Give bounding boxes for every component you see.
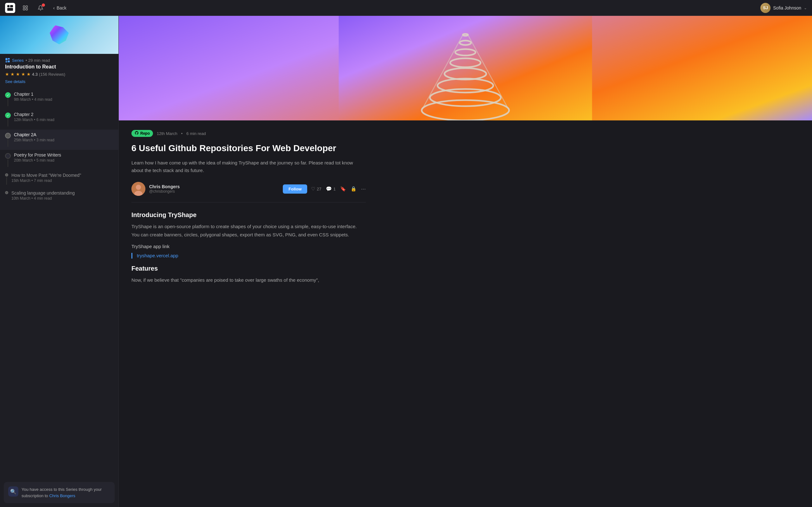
chapter-item-2a[interactable]: Chapter 2A 25th March • 3 min read <box>0 130 118 150</box>
like-action[interactable]: ♡ 27 <box>311 186 321 192</box>
article-intro: Learn how I have come up with the idea o… <box>131 159 366 174</box>
svg-rect-8 <box>8 58 10 60</box>
bookmark-icon: 🔖 <box>340 186 346 192</box>
svg-rect-4 <box>26 6 27 7</box>
article-date: 12th March <box>157 131 177 136</box>
poly-shape <box>50 25 69 44</box>
svg-rect-10 <box>5 61 7 62</box>
chapter-line-poetry <box>5 153 11 168</box>
chapter-meta-2: 12th March • 6 min read <box>14 118 113 122</box>
reviews-text: (156 Reviews) <box>39 72 65 77</box>
article-readtime: 6 min read <box>187 131 206 136</box>
access-text: You have access to this Series through y… <box>21 487 110 499</box>
rating-text: 4.3 <box>32 72 38 77</box>
chapter-item-doomed[interactable]: How to Move Past "We're Doomed" 15th Mar… <box>0 170 118 188</box>
more-action[interactable]: ··· <box>361 186 366 192</box>
chapter-list: ✓ Chapter 1 9th March • 4 min read ✓ Cha… <box>0 87 118 478</box>
author-handle: @chrisbongers <box>149 189 279 193</box>
article-actions: ♡ 27 💬 1 🔖 🔒 ··· <box>311 186 366 192</box>
chapter-dot-2: ✓ <box>5 112 11 118</box>
chapter-line-scaling <box>5 191 8 194</box>
back-button[interactable]: ‹ Back <box>51 4 69 12</box>
notification-badge <box>42 3 45 7</box>
comment-action[interactable]: 💬 1 <box>326 186 336 192</box>
series-info: Series • 29 min read Introduction to Rea… <box>0 54 118 87</box>
thumbnail-decoration <box>50 25 69 44</box>
chapter-info-scaling: Scaling language understanding 10th Marc… <box>11 190 113 201</box>
chapter-name-2a: Chapter 2A <box>14 132 113 137</box>
series-text: Series <box>12 58 24 63</box>
chapter-name-1: Chapter 1 <box>14 92 113 97</box>
chevron-left-icon: ‹ <box>53 5 55 10</box>
hero-svg <box>119 16 812 120</box>
bookmark-action[interactable]: 🔖 <box>340 186 346 192</box>
svg-rect-9 <box>8 60 10 62</box>
article-area: Repo 12th March • 6 min read 6 Useful Gi… <box>119 16 812 507</box>
see-details-link[interactable]: See details <box>5 79 113 84</box>
article-meta: Repo 12th March • 6 min read <box>131 130 366 137</box>
chapter-line-2a <box>5 133 11 147</box>
svg-rect-1 <box>10 5 13 7</box>
likes-count: 27 <box>317 187 321 191</box>
repo-badge-label: Repo <box>140 131 150 135</box>
chapter-dot-1: ✓ <box>5 92 11 98</box>
chapter-line-1: ✓ <box>5 92 11 107</box>
follow-button[interactable]: Follow <box>283 184 307 193</box>
star-2: ★ <box>10 72 14 77</box>
chapter-name-doomed: How to Move Past "We're Doomed" <box>11 173 113 178</box>
chapter-meta-doomed: 15th March • 7 min read <box>11 178 113 183</box>
heart-icon: ♡ <box>311 186 315 192</box>
tryshape-link-block: tryshape.vercel.app <box>131 253 366 259</box>
connector-poetry <box>8 159 8 167</box>
author-name: Chris Bongers <box>149 184 279 189</box>
lock-action[interactable]: 🔒 <box>351 186 357 192</box>
connector-2 <box>8 119 8 126</box>
repo-badge[interactable]: Repo <box>131 130 153 137</box>
user-name-label: Sofia Johnson <box>773 5 801 10</box>
chapter-item-2[interactable]: ✓ Chapter 2 12th March • 6 min read <box>0 109 118 130</box>
sidebar: Series • 29 min read Introduction to Rea… <box>0 16 119 507</box>
svg-rect-3 <box>23 6 25 7</box>
article-body: Repo 12th March • 6 min read 6 Useful Gi… <box>119 120 378 299</box>
chapter-info-2: Chapter 2 12th March • 6 min read <box>14 112 113 122</box>
section1-text: TryShape is an open-source platform to c… <box>131 222 366 239</box>
svg-rect-7 <box>5 58 7 60</box>
access-box: 🔍 You have access to this Series through… <box>4 482 115 503</box>
topnav: ‹ Back SJ Sofia Johnson ⌄ <box>0 0 812 16</box>
comment-icon: 💬 <box>326 186 332 192</box>
series-label-row: Series • 29 min read <box>5 58 113 63</box>
features-heading: Features <box>131 265 366 272</box>
logo-icon[interactable] <box>5 3 15 13</box>
star-half: ★ <box>26 72 31 77</box>
chapter-dot-2a <box>5 133 11 138</box>
access-author-link[interactable]: Chris Bongers <box>49 493 75 498</box>
features-text: Now, if we believe that "companies are p… <box>131 276 366 284</box>
stars-row: ★ ★ ★ ★ ★ 4.3 (156 Reviews) <box>5 72 113 77</box>
svg-point-23 <box>136 185 141 190</box>
user-chevron-icon[interactable]: ⌄ <box>804 6 807 10</box>
chapter-name-scaling: Scaling language understanding <box>11 190 113 195</box>
user-avatar[interactable]: SJ <box>760 3 770 13</box>
chapter-dot-poetry <box>5 153 11 159</box>
chapter-meta-poetry: 20th March • 5 min read <box>14 158 113 163</box>
connector-2a <box>8 139 8 147</box>
connector-doomed <box>6 177 7 185</box>
svg-rect-0 <box>7 5 9 7</box>
back-label: Back <box>57 5 66 10</box>
svg-rect-5 <box>23 8 25 10</box>
chapter-line-doomed <box>5 173 8 185</box>
tryshape-link[interactable]: tryshape.vercel.app <box>137 253 178 258</box>
app-link-label: TryShape app link <box>131 244 366 249</box>
series-icon <box>5 58 10 63</box>
chapter-item-1[interactable]: ✓ Chapter 1 9th March • 4 min read <box>0 89 118 109</box>
series-title: Introduction to React <box>5 64 113 70</box>
chapter-item-poetry[interactable]: Poetry for Prose Writers 20th March • 5 … <box>0 150 118 170</box>
chapter-item-scaling[interactable]: Scaling language understanding 10th Marc… <box>0 188 118 203</box>
topnav-left: ‹ Back <box>5 3 69 13</box>
chapter-line-2: ✓ <box>5 112 11 127</box>
bookmark-nav-icon[interactable] <box>20 3 30 13</box>
star-3: ★ <box>16 72 20 77</box>
main-layout: Series • 29 min read Introduction to Rea… <box>0 16 812 507</box>
chapter-dot-scaling <box>5 191 8 194</box>
bell-icon[interactable] <box>36 3 46 13</box>
